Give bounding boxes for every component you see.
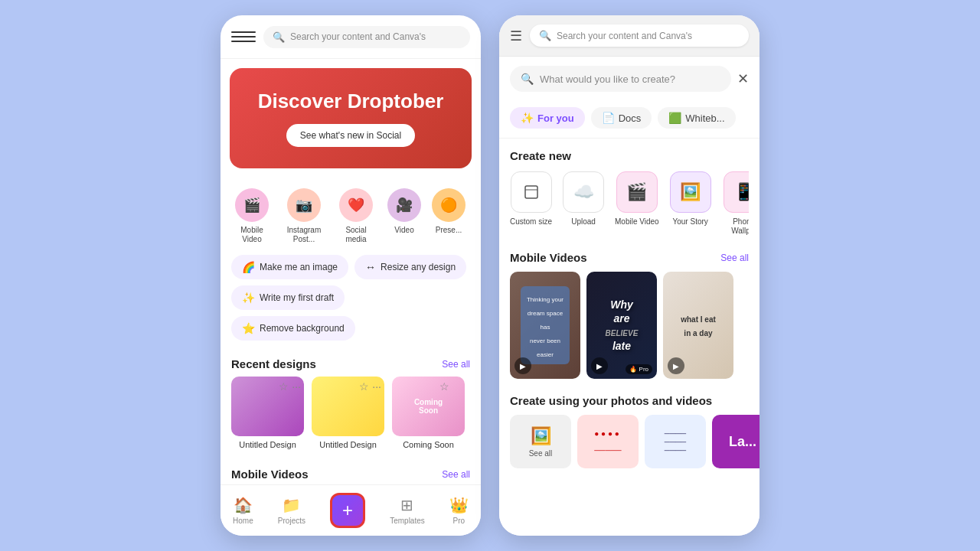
- photo-card-3[interactable]: La...: [712, 415, 760, 468]
- bottom-nav: 🏠 Home 📁 Projects + ⊞ Templates 👑 Pro: [220, 484, 481, 536]
- recent-designs-see-all[interactable]: See all: [442, 359, 470, 370]
- svg-rect-0: [525, 186, 537, 198]
- cat-instagram[interactable]: 📷 Instagram Post...: [283, 188, 325, 244]
- photos-see-all[interactable]: 🖼️ See all: [510, 415, 571, 468]
- right-videos-see-all[interactable]: See all: [720, 253, 749, 263]
- cat-label-social-media: Social media: [335, 226, 377, 244]
- star-icon-3[interactable]: ☆: [439, 380, 449, 393]
- design-label-1: Untitled Design: [231, 440, 304, 449]
- phone-wallp-icon: 📱: [733, 182, 749, 202]
- cat-label-instagram: Instagram Post...: [283, 226, 325, 244]
- video-thumb-why[interactable]: WhyareBELIEVElate ▶ 🔥 Pro: [586, 272, 657, 379]
- tab-docs-label: Docs: [619, 112, 642, 124]
- custom-size-icon: [522, 183, 541, 201]
- cat-present[interactable]: 🟠 Prese...: [432, 188, 466, 244]
- recent-designs-grid: ☆ ··· Untitled Design ☆ ··· Untitled Des…: [220, 377, 481, 460]
- mobile-video-icon-box: 🎬: [616, 171, 658, 213]
- cat-social-media[interactable]: ❤️ Social media: [335, 188, 377, 244]
- photo-card-1[interactable]: ● ● ● ●─────: [577, 415, 639, 468]
- nav-home[interactable]: 🏠 Home: [233, 496, 253, 525]
- video-thumb-food[interactable]: what I eatin a day ▶: [663, 272, 733, 379]
- photo-card-1-content: ● ● ● ●─────: [594, 429, 621, 455]
- discover-banner: Discover Droptober See what's new in Soc…: [230, 68, 472, 168]
- nav-add-button[interactable]: +: [330, 493, 365, 528]
- create-upload[interactable]: ☁️ Upload: [563, 171, 604, 236]
- nav-templates-label: Templates: [390, 517, 425, 525]
- templates-icon: ⊞: [400, 496, 413, 514]
- phone-wallp-label: Phone Wallp...: [722, 217, 749, 236]
- right-search-bar[interactable]: 🔍 Search your content and Canva's: [530, 24, 749, 47]
- banner-title: Discover Droptober: [245, 90, 456, 113]
- mobile-video-icon: 🎬: [626, 182, 647, 202]
- search-input-row: 🔍 What would you like to create? ✕: [499, 57, 760, 98]
- more-icon-2[interactable]: ···: [372, 380, 381, 393]
- mobile-videos-see-all[interactable]: See all: [442, 469, 470, 480]
- close-button[interactable]: ✕: [737, 70, 749, 87]
- tab-docs[interactable]: 📄 Docs: [591, 107, 652, 129]
- ai-make-image-label: Make me an image: [260, 262, 338, 272]
- nav-projects[interactable]: 📁 Projects: [278, 496, 305, 525]
- ai-make-image-button[interactable]: 🌈 Make me an image: [231, 255, 348, 279]
- star-icon-2[interactable]: ☆: [359, 380, 369, 393]
- design-card-1[interactable]: ☆ ··· Untitled Design: [231, 377, 304, 449]
- tab-for-you[interactable]: ✨ For you: [510, 107, 585, 129]
- mobile-videos-header: Mobile Videos See all: [220, 460, 481, 484]
- videos-row: Thinking yourdream space hasnever been e…: [510, 272, 749, 379]
- cat-video[interactable]: 🎥 Video: [387, 188, 421, 244]
- video-play-2[interactable]: ▶: [591, 357, 608, 374]
- video-play-1[interactable]: ▶: [514, 357, 531, 374]
- create-new-section: Create new Custom size ☁️: [499, 139, 760, 242]
- resize-icon: ↔️: [365, 261, 376, 273]
- nav-home-label: Home: [233, 517, 253, 525]
- left-search-bar[interactable]: 🔍 Search your content and Canva's: [263, 26, 470, 48]
- your-story-icon: 🖼️: [680, 182, 701, 202]
- add-icon: +: [342, 501, 353, 520]
- ai-resize-button[interactable]: ↔️ Resize any design: [354, 255, 466, 279]
- video-play-3[interactable]: ▶: [668, 357, 684, 374]
- nav-pro[interactable]: 👑 Pro: [449, 496, 469, 525]
- create-mobile-video[interactable]: 🎬 Mobile Video: [615, 171, 659, 236]
- photos-row: 🖼️ See all ● ● ● ●───── ──────────── La.…: [510, 415, 749, 468]
- cat-label-present: Prese...: [436, 226, 462, 235]
- search-icon: 🔍: [273, 31, 285, 43]
- more-icon-1[interactable]: ···: [292, 380, 301, 393]
- design-thumb-2: ☆ ···: [312, 377, 384, 436]
- video-food-text: what I eatin a day: [681, 315, 716, 337]
- cat-mobile-video[interactable]: 🎬 Mobile Video: [231, 188, 273, 244]
- ai-remove-bg-button[interactable]: ⭐ Remove background: [231, 316, 355, 341]
- cat-icon-instagram: 📷: [287, 188, 321, 222]
- thumb-bg-3: ComingSoon: [392, 377, 465, 436]
- star-icon-1[interactable]: ☆: [279, 380, 289, 393]
- your-story-icon-box: 🖼️: [670, 171, 711, 213]
- photos-section: Create using your photos and videos 🖼️ S…: [499, 385, 760, 474]
- create-icons-row: Custom size ☁️ Upload 🎬 Mobile Video: [510, 171, 749, 236]
- design-card-2[interactable]: ☆ ··· Untitled Design: [312, 377, 384, 449]
- upload-label: Upload: [571, 217, 596, 227]
- banner-button[interactable]: See what's new in Social: [286, 124, 415, 147]
- create-search-input[interactable]: 🔍 What would you like to create?: [510, 66, 731, 92]
- video-why-text: WhyareBELIEVElate: [606, 298, 639, 352]
- tab-whiteboard[interactable]: 🟩 Whiteb...: [658, 107, 735, 129]
- hamburger-button[interactable]: [231, 24, 256, 49]
- cat-icon-social-media: ❤️: [339, 188, 373, 222]
- design-label-2: Untitled Design: [312, 440, 384, 449]
- video-thumb-room[interactable]: Thinking yourdream space hasnever been e…: [510, 272, 580, 379]
- nav-projects-label: Projects: [278, 517, 305, 525]
- whiteboard-icon: 🟩: [668, 112, 681, 124]
- right-videos-section: Mobile Videos See all Thinking yourdream…: [499, 242, 760, 385]
- design-card-3[interactable]: ComingSoon ☆ Coming Soon: [392, 377, 465, 449]
- create-search-placeholder: What would you like to create?: [540, 73, 675, 85]
- ai-remove-bg-label: Remove background: [260, 323, 345, 334]
- right-panel: ☰ 🔍 Search your content and Canva's 🔍 Wh…: [499, 15, 760, 536]
- nav-templates[interactable]: ⊞ Templates: [390, 496, 425, 525]
- ai-buttons-row: 🌈 Make me an image ↔️ Resize any design …: [220, 255, 481, 350]
- hamburger-icon-right[interactable]: ☰: [510, 28, 522, 44]
- photo-card-2-content: ────────────: [665, 429, 686, 455]
- create-custom-size[interactable]: Custom size: [510, 171, 552, 236]
- ai-draft-button[interactable]: ✨ Write my first draft: [231, 285, 345, 310]
- create-your-story[interactable]: 🖼️ Your Story: [670, 171, 711, 236]
- photo-card-2[interactable]: ────────────: [645, 415, 706, 468]
- search-icon-right: 🔍: [539, 30, 551, 41]
- custom-size-icon-box: [511, 171, 552, 213]
- create-phone-wallp[interactable]: 📱 Phone Wallp...: [722, 171, 749, 236]
